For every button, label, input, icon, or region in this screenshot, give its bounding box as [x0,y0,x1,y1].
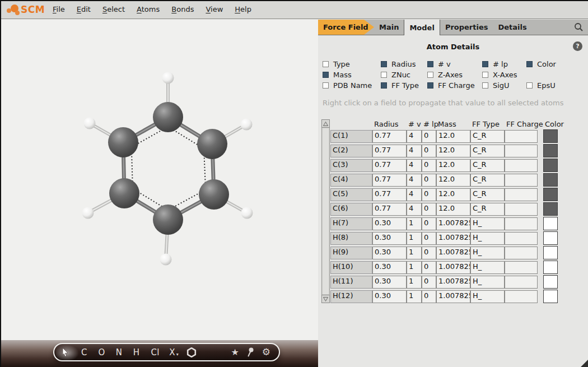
field-radius[interactable]: 0.77 [372,203,407,216]
toggle-x-axes[interactable]: X-Axes [482,71,526,78]
field-v[interactable]: 4 [407,159,422,172]
menu-item-view[interactable]: View [206,5,223,13]
field-v[interactable]: 4 [407,203,422,216]
atom-color-swatch[interactable] [543,217,558,230]
field-ff-charge[interactable] [505,261,538,274]
field-ff-charge[interactable] [505,247,538,259]
field-mass[interactable]: 1.007825 [436,276,470,289]
field-ff-charge[interactable] [505,159,538,172]
atom-color-swatch[interactable] [543,129,558,143]
field-ff-type[interactable]: C_R [470,145,505,157]
atom-c-4[interactable] [109,178,139,208]
atom-color-swatch[interactable] [543,144,558,157]
atom-h-9[interactable] [241,119,253,131]
atom-c-1[interactable] [153,102,183,132]
menu-item-help[interactable]: Help [235,5,251,13]
field-lp[interactable]: 0 [422,217,436,230]
resize-grip-icon[interactable] [581,360,588,367]
field-ff-charge[interactable] [505,145,538,157]
field-ff-type[interactable]: H_ [470,276,505,289]
field-v[interactable]: 1 [407,290,422,303]
element-button-x[interactable]: X▾ [165,344,183,360]
atom-h-7[interactable] [162,72,174,84]
molecule-viewport[interactable] [0,20,319,367]
field-ff-type[interactable]: H_ [470,261,505,274]
field-ff-type[interactable]: C_R [470,174,505,187]
help-button[interactable]: ? [573,41,582,51]
menu-item-atoms[interactable]: Atoms [137,5,160,13]
atom-label[interactable]: H(10) [330,261,372,274]
tab-force-field[interactable]: Force Field [318,20,374,35]
field-ff-type[interactable]: C_R [470,203,505,216]
field-mass[interactable]: 12.0 [436,188,470,201]
toggle-epsu[interactable]: EpsU [526,82,556,89]
toggle--v[interactable]: # v [427,61,482,68]
menu-item-edit[interactable]: Edit [77,5,91,13]
field-radius[interactable]: 0.30 [372,290,407,303]
field-ff-charge[interactable] [505,188,538,201]
field-mass[interactable]: 12.0 [436,203,470,216]
pin-tool-icon[interactable] [247,344,254,360]
atom-h-8[interactable] [84,118,96,129]
field-ff-charge[interactable] [505,130,538,143]
field-mass[interactable]: 1.007825 [436,232,470,245]
field-lp[interactable]: 0 [422,276,436,289]
field-ff-charge[interactable] [505,203,538,216]
atom-c-6[interactable] [153,205,183,235]
field-mass[interactable]: 1.007825 [436,290,470,303]
field-mass[interactable]: 12.0 [436,145,470,157]
field-ff-type[interactable]: C_R [470,130,505,143]
atom-h-10[interactable] [82,207,94,219]
atom-label[interactable]: C(1) [330,130,372,143]
field-lp[interactable]: 0 [422,247,436,259]
toggle-sigu[interactable]: SigU [482,82,526,89]
toggle--lp[interactable]: # lp [482,61,526,68]
field-ff-type[interactable]: C_R [470,159,505,172]
tab-properties[interactable]: Properties [440,20,493,35]
tab-details[interactable]: Details [493,20,532,35]
atom-label[interactable]: C(5) [330,188,372,201]
field-ff-type[interactable]: C_R [470,188,505,201]
atom-label[interactable]: C(6) [330,203,372,216]
field-ff-charge[interactable] [505,232,538,245]
atom-label[interactable]: H(12) [330,290,372,303]
tab-model[interactable]: Model [404,20,440,35]
atom-color-swatch[interactable] [543,159,558,172]
toggle-ff-type[interactable]: FF Type [381,82,427,89]
toggle-pdb-name[interactable]: PDB Name [323,82,381,89]
menu-item-file[interactable]: File [53,5,65,13]
atom-label[interactable]: H(11) [330,276,372,289]
tab-main[interactable]: Main [374,20,404,35]
field-lp[interactable]: 0 [422,203,436,216]
field-mass[interactable]: 12.0 [436,130,470,143]
field-v[interactable]: 4 [407,188,422,201]
field-radius[interactable]: 0.77 [372,159,407,172]
select-cursor-icon[interactable] [54,344,76,360]
scroll-up-icon[interactable] [321,119,330,128]
field-v[interactable]: 4 [407,174,422,187]
field-radius[interactable]: 0.77 [372,188,407,201]
toggle-ff-charge[interactable]: FF Charge [427,82,482,89]
atom-color-swatch[interactable] [543,261,558,274]
atom-h-11[interactable] [241,207,253,219]
field-radius[interactable]: 0.77 [372,145,407,157]
search-icon[interactable] [574,20,584,35]
field-mass[interactable]: 12.0 [436,159,470,172]
field-mass[interactable]: 1.007825 [436,247,470,259]
atom-c-2[interactable] [108,127,138,157]
field-lp[interactable]: 0 [422,290,436,303]
atom-color-swatch[interactable] [543,231,558,245]
atom-h-12[interactable] [160,254,172,266]
atom-color-swatch[interactable] [543,275,558,289]
element-button-cl[interactable]: Cl [145,344,165,360]
field-v[interactable]: 1 [407,261,422,274]
field-v[interactable]: 4 [407,145,422,157]
atom-color-swatch[interactable] [543,290,558,303]
field-mass[interactable]: 12.0 [436,174,470,187]
field-ff-charge[interactable] [505,276,538,289]
field-lp[interactable]: 0 [422,159,436,172]
atom-label[interactable]: C(2) [330,145,372,157]
toggle-z-axes[interactable]: Z-Axes [427,71,482,78]
field-ff-charge[interactable] [505,290,538,303]
scrollbar-thumb[interactable] [323,128,329,294]
